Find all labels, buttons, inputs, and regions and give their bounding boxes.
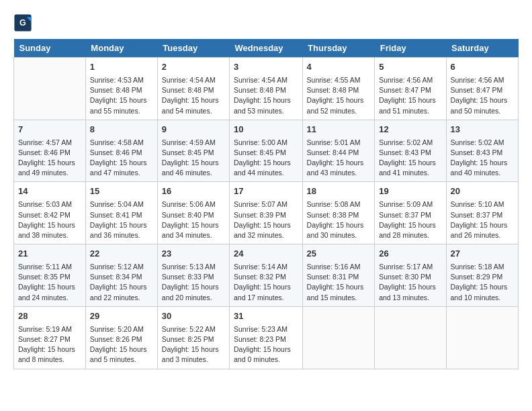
day-header-saturday: Saturday (446, 39, 518, 58)
calendar-cell: 26Sunrise: 5:17 AM Sunset: 8:30 PM Dayli… (375, 244, 446, 307)
day-info: Sunrise: 5:13 AM Sunset: 8:33 PM Dayligh… (162, 262, 225, 303)
day-number: 11 (307, 124, 371, 136)
day-info: Sunrise: 4:54 AM Sunset: 8:48 PM Dayligh… (162, 75, 225, 116)
calendar-cell: 14Sunrise: 5:03 AM Sunset: 8:42 PM Dayli… (14, 182, 86, 244)
day-number: 30 (162, 310, 225, 323)
day-info: Sunrise: 5:09 AM Sunset: 8:37 PM Dayligh… (379, 199, 441, 240)
day-info: Sunrise: 4:55 AM Sunset: 8:48 PM Dayligh… (307, 75, 371, 116)
day-info: Sunrise: 4:54 AM Sunset: 8:48 PM Dayligh… (234, 75, 298, 116)
day-info: Sunrise: 5:20 AM Sunset: 8:26 PM Dayligh… (90, 324, 153, 365)
calendar-cell: 31Sunrise: 5:23 AM Sunset: 8:23 PM Dayli… (230, 306, 303, 369)
calendar-cell: 15Sunrise: 5:04 AM Sunset: 8:41 PM Dayli… (85, 182, 157, 244)
calendar-cell: 28Sunrise: 5:19 AM Sunset: 8:27 PM Dayli… (14, 306, 86, 369)
day-header-sunday: Sunday (14, 39, 86, 58)
day-info: Sunrise: 4:58 AM Sunset: 8:46 PM Dayligh… (90, 138, 153, 179)
calendar-cell: 20Sunrise: 5:10 AM Sunset: 8:37 PM Dayli… (446, 182, 518, 244)
calendar-week-row: 21Sunrise: 5:11 AM Sunset: 8:35 PM Dayli… (14, 244, 519, 307)
day-info: Sunrise: 5:22 AM Sunset: 8:25 PM Dayligh… (162, 324, 225, 365)
day-number: 31 (234, 310, 298, 323)
day-info: Sunrise: 5:11 AM Sunset: 8:35 PM Dayligh… (18, 262, 81, 303)
day-number: 17 (234, 185, 298, 198)
day-info: Sunrise: 5:03 AM Sunset: 8:42 PM Dayligh… (18, 199, 81, 240)
calendar-cell: 6Sunrise: 4:56 AM Sunset: 8:47 PM Daylig… (446, 58, 518, 120)
day-info: Sunrise: 5:23 AM Sunset: 8:23 PM Dayligh… (234, 324, 298, 365)
calendar-cell: 19Sunrise: 5:09 AM Sunset: 8:37 PM Dayli… (375, 182, 446, 244)
day-number: 25 (307, 248, 371, 261)
calendar-cell: 22Sunrise: 5:12 AM Sunset: 8:34 PM Dayli… (85, 244, 157, 307)
day-number: 3 (234, 61, 298, 74)
calendar-cell: 11Sunrise: 5:01 AM Sunset: 8:44 PM Dayli… (302, 120, 375, 182)
calendar-cell: 5Sunrise: 4:56 AM Sunset: 8:47 PM Daylig… (375, 58, 446, 120)
day-number: 27 (451, 248, 514, 261)
calendar-cell: 25Sunrise: 5:16 AM Sunset: 8:31 PM Dayli… (302, 244, 375, 307)
calendar-cell: 21Sunrise: 5:11 AM Sunset: 8:35 PM Dayli… (14, 244, 86, 307)
calendar-cell (302, 306, 375, 369)
day-info: Sunrise: 5:19 AM Sunset: 8:27 PM Dayligh… (18, 324, 81, 365)
day-number: 8 (90, 124, 153, 136)
calendar-cell: 12Sunrise: 5:02 AM Sunset: 8:43 PM Dayli… (375, 120, 446, 182)
day-number: 15 (90, 185, 153, 198)
day-number: 5 (379, 61, 441, 74)
day-info: Sunrise: 4:59 AM Sunset: 8:45 PM Dayligh… (162, 138, 225, 179)
day-number: 2 (162, 61, 225, 74)
day-header-thursday: Thursday (302, 39, 375, 58)
calendar-cell: 23Sunrise: 5:13 AM Sunset: 8:33 PM Dayli… (157, 244, 229, 307)
day-number: 16 (162, 185, 225, 198)
calendar-cell: 9Sunrise: 4:59 AM Sunset: 8:45 PM Daylig… (157, 120, 229, 182)
calendar-cell: 7Sunrise: 4:57 AM Sunset: 8:46 PM Daylig… (14, 120, 86, 182)
calendar-cell: 2Sunrise: 4:54 AM Sunset: 8:48 PM Daylig… (157, 58, 229, 120)
day-number: 12 (379, 124, 441, 136)
calendar-cell: 30Sunrise: 5:22 AM Sunset: 8:25 PM Dayli… (157, 306, 229, 369)
calendar-cell: 18Sunrise: 5:08 AM Sunset: 8:38 PM Dayli… (302, 182, 375, 244)
day-number: 26 (379, 248, 441, 261)
calendar-cell (375, 306, 446, 369)
day-number: 9 (162, 124, 225, 136)
calendar-week-row: 28Sunrise: 5:19 AM Sunset: 8:27 PM Dayli… (14, 306, 519, 369)
day-info: Sunrise: 5:10 AM Sunset: 8:37 PM Dayligh… (451, 199, 514, 240)
day-info: Sunrise: 5:07 AM Sunset: 8:39 PM Dayligh… (234, 199, 298, 240)
page-header: G (13, 13, 519, 32)
logo-icon: G (13, 13, 32, 32)
calendar-cell (446, 306, 518, 369)
calendar-cell: 17Sunrise: 5:07 AM Sunset: 8:39 PM Dayli… (230, 182, 303, 244)
calendar-cell: 10Sunrise: 5:00 AM Sunset: 8:45 PM Dayli… (230, 120, 303, 182)
day-info: Sunrise: 5:01 AM Sunset: 8:44 PM Dayligh… (307, 138, 371, 179)
calendar-week-row: 14Sunrise: 5:03 AM Sunset: 8:42 PM Dayli… (14, 182, 519, 244)
day-info: Sunrise: 5:17 AM Sunset: 8:30 PM Dayligh… (379, 262, 441, 303)
day-number: 18 (307, 185, 371, 198)
day-header-friday: Friday (375, 39, 446, 58)
day-header-tuesday: Tuesday (157, 39, 229, 58)
day-number: 10 (234, 124, 298, 136)
day-number: 6 (451, 61, 514, 74)
day-info: Sunrise: 4:57 AM Sunset: 8:46 PM Dayligh… (18, 138, 81, 179)
calendar-cell: 8Sunrise: 4:58 AM Sunset: 8:46 PM Daylig… (85, 120, 157, 182)
calendar-week-row: 7Sunrise: 4:57 AM Sunset: 8:46 PM Daylig… (14, 120, 519, 182)
day-number: 1 (90, 61, 153, 74)
day-info: Sunrise: 4:53 AM Sunset: 8:48 PM Dayligh… (90, 75, 153, 116)
calendar-cell (14, 58, 86, 120)
day-number: 7 (18, 124, 81, 136)
day-info: Sunrise: 5:02 AM Sunset: 8:43 PM Dayligh… (379, 138, 441, 179)
calendar-cell: 27Sunrise: 5:18 AM Sunset: 8:29 PM Dayli… (446, 244, 518, 307)
calendar-cell: 4Sunrise: 4:55 AM Sunset: 8:48 PM Daylig… (302, 58, 375, 120)
day-number: 28 (18, 310, 81, 323)
calendar-header-row: SundayMondayTuesdayWednesdayThursdayFrid… (14, 39, 519, 58)
day-info: Sunrise: 5:08 AM Sunset: 8:38 PM Dayligh… (307, 199, 371, 240)
day-info: Sunrise: 5:14 AM Sunset: 8:32 PM Dayligh… (234, 262, 298, 303)
day-number: 14 (18, 185, 81, 198)
calendar-cell: 13Sunrise: 5:02 AM Sunset: 8:43 PM Dayli… (446, 120, 518, 182)
day-number: 24 (234, 248, 298, 261)
day-number: 4 (307, 61, 371, 74)
calendar-cell: 1Sunrise: 4:53 AM Sunset: 8:48 PM Daylig… (85, 58, 157, 120)
day-info: Sunrise: 5:16 AM Sunset: 8:31 PM Dayligh… (307, 262, 371, 303)
day-info: Sunrise: 5:12 AM Sunset: 8:34 PM Dayligh… (90, 262, 153, 303)
day-info: Sunrise: 5:02 AM Sunset: 8:43 PM Dayligh… (451, 138, 514, 179)
day-number: 29 (90, 310, 153, 323)
day-number: 21 (18, 248, 81, 261)
day-info: Sunrise: 5:18 AM Sunset: 8:29 PM Dayligh… (451, 262, 514, 303)
calendar-cell: 29Sunrise: 5:20 AM Sunset: 8:26 PM Dayli… (85, 306, 157, 369)
calendar-cell: 16Sunrise: 5:06 AM Sunset: 8:40 PM Dayli… (157, 182, 229, 244)
day-info: Sunrise: 5:00 AM Sunset: 8:45 PM Dayligh… (234, 138, 298, 179)
calendar-week-row: 1Sunrise: 4:53 AM Sunset: 8:48 PM Daylig… (14, 58, 519, 120)
day-header-monday: Monday (85, 39, 157, 58)
